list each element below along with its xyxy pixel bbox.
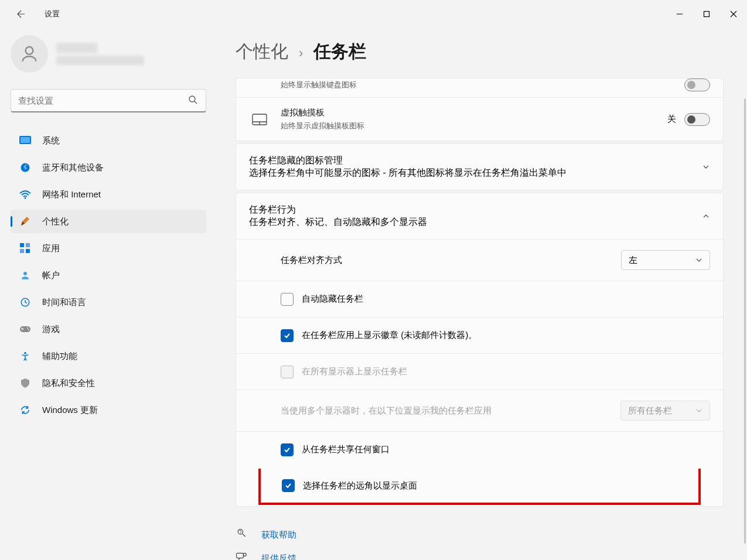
nav-label: 网络和 Internet: [42, 189, 101, 200]
search-box[interactable]: [11, 89, 206, 112]
touchpad-title: 虚拟触摸板: [281, 107, 667, 118]
multimon-checkbox: [281, 366, 294, 378]
maximize-button[interactable]: [693, 2, 720, 26]
accessibility-icon: [19, 350, 32, 363]
nav-accessibility[interactable]: 辅助功能: [11, 344, 206, 368]
apps-icon: [19, 242, 32, 255]
time-icon: [19, 296, 32, 309]
close-button[interactable]: [720, 2, 747, 26]
feedback-row[interactable]: 提供反馈: [236, 547, 724, 560]
nav-label: 时间和语言: [42, 297, 86, 308]
behaviors-sub: 任务栏对齐、标记、自动隐藏和多个显示器: [249, 216, 702, 228]
svg-point-21: [243, 553, 246, 556]
nav-gaming[interactable]: 游戏: [11, 317, 206, 341]
nav-label: 游戏: [42, 324, 60, 335]
svg-point-1: [26, 47, 33, 54]
minimize-button[interactable]: [666, 2, 693, 26]
far-corner-label: 选择任务栏的远角以显示桌面: [303, 480, 685, 491]
svg-rect-9: [20, 249, 24, 253]
nav-bluetooth[interactable]: 蓝牙和其他设备: [11, 156, 206, 179]
alignment-row: 任务栏对齐方式 左: [236, 239, 723, 281]
behaviors-header[interactable]: 任务栏行为 任务栏对齐、标记、自动隐藏和多个显示器: [236, 193, 723, 239]
svg-point-2: [189, 96, 195, 102]
nav-label: 系统: [42, 135, 60, 146]
avatar: [11, 35, 48, 73]
touchpad-icon: [249, 114, 270, 125]
nav-time-language[interactable]: 时间和语言: [11, 291, 206, 314]
nav-label: 隐私和安全性: [42, 378, 95, 389]
user-block[interactable]: [11, 35, 206, 73]
help-icon: [236, 528, 248, 542]
multimon-where-row: 当使用多个显示器时，在以下位置显示我的任务栏应用 所有任务栏: [236, 390, 723, 431]
sidebar: 系统 蓝牙和其他设备 网络和 Internet 个性化 应用 帐户: [0, 28, 217, 560]
multimon-row: 在所有显示器上显示任务栏: [236, 353, 723, 390]
window-title: 设置: [45, 9, 60, 19]
nav-windows-update[interactable]: Windows 更新: [11, 398, 206, 422]
touch-keyboard-toggle[interactable]: [684, 78, 710, 91]
autohide-label: 自动隐藏任务栏: [302, 293, 710, 305]
bluetooth-icon: [19, 161, 32, 174]
nav-privacy[interactable]: 隐私和安全性: [11, 371, 206, 395]
autohide-row[interactable]: 自动隐藏任务栏: [236, 281, 723, 317]
touchpad-toggle[interactable]: [684, 113, 710, 126]
virtual-touchpad-row: 虚拟触摸板 始终显示虚拟触摸板图标 关: [236, 97, 723, 141]
behaviors-title: 任务栏行为: [249, 204, 702, 216]
gaming-icon: [19, 323, 32, 336]
multimon-where-combobox: 所有任务栏: [620, 401, 710, 421]
touchpad-toggle-state: 关: [667, 114, 676, 125]
accounts-icon: [19, 269, 32, 282]
nav-network[interactable]: 网络和 Internet: [11, 183, 206, 206]
feedback-link[interactable]: 提供反馈: [261, 553, 296, 561]
alignment-combobox[interactable]: 左: [621, 250, 710, 270]
help-links: 获取帮助 提供反馈: [236, 509, 724, 560]
svg-rect-7: [20, 243, 24, 247]
network-icon: [19, 188, 32, 201]
search-input[interactable]: [18, 95, 199, 105]
share-window-checkbox[interactable]: [281, 443, 294, 456]
svg-rect-10: [26, 249, 30, 253]
chevron-up-icon: [702, 212, 710, 220]
main-content: 个性化 › 任务栏 始终显示触摸键盘图标 虚拟触摸板 始终显示虚拟触摸板图标: [217, 28, 747, 560]
hidden-icons-card[interactable]: 任务栏隐藏的图标管理 选择任务栏角中可能显示的图标 - 所有其他图标将显示在任务…: [236, 144, 724, 190]
privacy-icon: [19, 377, 32, 390]
titlebar: 设置: [0, 0, 747, 28]
chevron-down-icon: [702, 163, 710, 171]
back-button[interactable]: [9, 2, 33, 26]
user-info: [56, 43, 144, 65]
nav-system[interactable]: 系统: [11, 129, 206, 152]
get-help-row[interactable]: 获取帮助: [236, 523, 724, 547]
breadcrumb-parent[interactable]: 个性化: [236, 40, 288, 64]
badges-row[interactable]: 在任务栏应用上显示徽章 (未读邮件计数器)。: [236, 317, 723, 353]
far-corner-checkbox[interactable]: [282, 479, 295, 492]
badges-checkbox[interactable]: [281, 329, 294, 342]
breadcrumb: 个性化 › 任务栏: [236, 40, 724, 64]
svg-rect-8: [26, 243, 30, 247]
multimon-where-label: 当使用多个显示器时，在以下位置显示我的任务栏应用: [281, 405, 620, 416]
svg-point-16: [24, 352, 26, 354]
nav-apps[interactable]: 应用: [11, 237, 206, 260]
nav-personalization[interactable]: 个性化: [11, 210, 206, 233]
nav-label: 帐户: [42, 270, 60, 281]
svg-point-6: [25, 197, 26, 199]
share-window-row[interactable]: 从任务栏共享任何窗口: [236, 431, 723, 467]
far-corner-row[interactable]: 选择任务栏的远角以显示桌面: [258, 469, 701, 505]
nav-label: Windows 更新: [42, 405, 98, 416]
feedback-icon: [236, 551, 248, 560]
system-icon: [19, 134, 32, 147]
share-window-label: 从任务栏共享任何窗口: [302, 444, 710, 455]
taskbar-behaviors-card: 任务栏行为 任务栏对齐、标记、自动隐藏和多个显示器 任务栏对齐方式 左 自动隐藏…: [236, 193, 724, 507]
autohide-checkbox[interactable]: [281, 293, 294, 306]
nav-accounts[interactable]: 帐户: [11, 264, 206, 287]
touch-keyboard-card-partial: 始终显示触摸键盘图标 虚拟触摸板 始终显示虚拟触摸板图标 关: [236, 78, 724, 141]
search-icon: [188, 95, 197, 107]
svg-rect-20: [237, 553, 244, 558]
nav-label: 蓝牙和其他设备: [42, 162, 104, 173]
update-icon: [19, 404, 32, 416]
breadcrumb-current: 任务栏: [313, 40, 366, 64]
nav-label: 个性化: [42, 216, 69, 227]
scrollbar[interactable]: [744, 98, 746, 544]
svg-rect-4: [21, 137, 30, 143]
get-help-link[interactable]: 获取帮助: [261, 530, 296, 541]
hidden-icons-title: 任务栏隐藏的图标管理: [249, 155, 702, 167]
nav-list: 系统 蓝牙和其他设备 网络和 Internet 个性化 应用 帐户: [11, 129, 206, 422]
